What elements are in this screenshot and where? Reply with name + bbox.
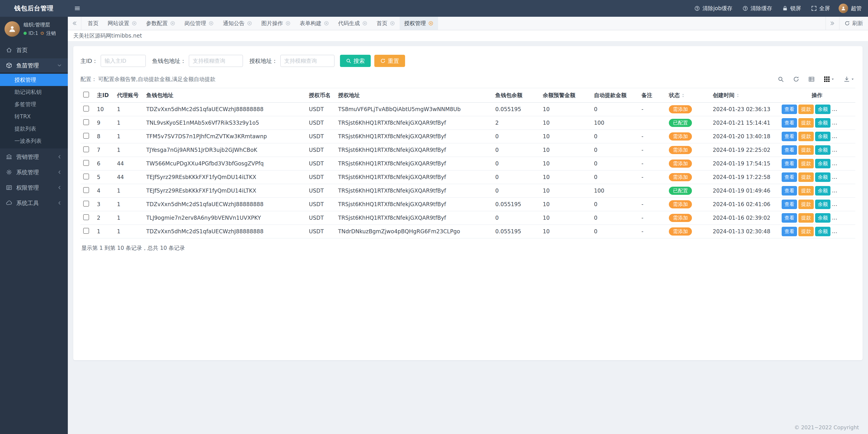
balance-button[interactable]: 余额 <box>815 213 831 223</box>
column-label: 余额预警金额 <box>543 92 575 98</box>
row-checkbox[interactable] <box>83 214 89 220</box>
balance-button[interactable]: 余额 <box>815 159 831 168</box>
tab-item-3[interactable]: 岗位管理 <box>180 17 218 30</box>
tab-close-icon[interactable] <box>324 21 329 26</box>
tab-item-7[interactable]: 代码生成 <box>334 17 372 30</box>
balance-button[interactable]: 余额 <box>815 118 831 127</box>
row-checkbox[interactable] <box>83 174 89 179</box>
withdraw-button[interactable]: 提款 <box>798 118 814 127</box>
view-button[interactable]: 查看 <box>782 172 797 182</box>
tab-close-icon[interactable] <box>390 21 395 26</box>
sidebar-item-multisig[interactable]: 多签管理 <box>0 98 68 110</box>
withdraw-button[interactable]: 提款 <box>798 145 814 155</box>
withdraw-button[interactable]: 提款 <box>798 159 814 168</box>
row-checkbox[interactable] <box>83 119 89 125</box>
tab-close-icon[interactable] <box>428 21 434 26</box>
sidebar-item-withdraw-list[interactable]: 提款列表 <box>0 123 68 135</box>
tab-item-2[interactable]: 参数配置 <box>142 17 180 30</box>
sidebar-item-mnemonic-key[interactable]: 助记词私钥 <box>0 86 68 98</box>
select-all-checkbox[interactable] <box>83 92 89 97</box>
balance-button[interactable]: 余额 <box>815 145 831 155</box>
row-checkbox[interactable] <box>83 133 89 139</box>
tabs-refresh-button[interactable]: 刷新 <box>839 17 868 30</box>
tab-item-0[interactable]: 首页 <box>83 17 103 30</box>
withdraw-button[interactable]: 提款 <box>798 186 814 196</box>
row-checkbox[interactable] <box>83 228 89 234</box>
row-checkbox[interactable] <box>83 146 89 152</box>
tab-item-8[interactable]: 首页 <box>372 17 400 30</box>
tab-item-9[interactable]: 授权管理 <box>400 17 438 30</box>
view-button[interactable]: 查看 <box>782 159 797 168</box>
tab-item-4[interactable]: 通知公告 <box>218 17 257 30</box>
balance-button[interactable]: 余额 <box>815 105 831 114</box>
tab-close-icon[interactable] <box>362 21 368 26</box>
tab-close-icon[interactable] <box>209 21 214 26</box>
balance-button[interactable]: 余额 <box>815 132 831 141</box>
sidebar-item-tools[interactable]: 系统工具 <box>0 196 68 210</box>
sidebar-item-home[interactable]: 首页 <box>0 43 68 57</box>
clear-cache-button[interactable]: 清除缓存 <box>737 0 777 17</box>
view-button[interactable]: 查看 <box>782 200 797 209</box>
cell-id: 2 <box>94 211 114 225</box>
tab-item-5[interactable]: 图片操作 <box>257 17 295 30</box>
column-header-created[interactable]: 创建时间 <box>710 88 778 103</box>
toolbar-refresh-button[interactable] <box>792 75 800 83</box>
sidebar-item-permission[interactable]: 权限管理 <box>0 180 68 195</box>
tab-close-icon[interactable] <box>285 21 291 26</box>
user-menu[interactable]: 超管 <box>835 0 868 17</box>
sidebar-item-yibosha-list[interactable]: 一波杀列表 <box>0 135 68 147</box>
cell-wallet: TW566McuPDgXXu4PGfbd3V3bfGosgZVPfq <box>144 157 306 170</box>
row-checkbox[interactable] <box>83 187 89 193</box>
tab-close-icon[interactable] <box>247 21 252 26</box>
withdraw-button[interactable]: 提款 <box>798 227 814 236</box>
balance-button[interactable]: 余额 <box>815 186 831 196</box>
withdraw-button[interactable]: 提款 <box>798 213 814 223</box>
fullscreen-button[interactable]: 全屏 <box>806 0 835 17</box>
withdraw-button[interactable]: 提款 <box>798 132 814 141</box>
tab-close-icon[interactable] <box>131 21 137 26</box>
sidebar-item-authorization[interactable]: 授权管理 <box>0 74 68 86</box>
view-button[interactable]: 查看 <box>782 186 797 196</box>
sidebar-toggle-button[interactable] <box>68 0 87 17</box>
sidebar-item-transfer-trx[interactable]: 转TRX <box>0 110 68 123</box>
tabs-scroll-right-button[interactable] <box>826 17 839 30</box>
toolbar-view-toggle-button[interactable] <box>807 75 815 83</box>
search-button[interactable]: 搜索 <box>340 55 371 67</box>
sidebar-item-system[interactable]: 系统管理 <box>0 165 68 179</box>
withdraw-button[interactable]: 提款 <box>798 172 814 182</box>
toolbar-columns-button[interactable] <box>823 75 835 83</box>
withdraw-button[interactable]: 提款 <box>798 200 814 209</box>
toolbar-search-button[interactable] <box>777 75 785 83</box>
sidebar-item-marketing[interactable]: 营销管理 <box>0 150 68 164</box>
balance-button[interactable]: 余额 <box>815 200 831 209</box>
clear-job-cache-button[interactable]: 清除job缓存 <box>689 0 737 17</box>
column-header-status[interactable]: 状态 <box>666 88 710 103</box>
view-button[interactable]: 查看 <box>782 118 797 127</box>
tab-close-icon[interactable] <box>170 21 176 26</box>
cell-status: 需添加 <box>666 211 710 225</box>
row-checkbox[interactable] <box>83 201 89 207</box>
tab-item-1[interactable]: 网站设置 <box>103 17 142 30</box>
view-button[interactable]: 查看 <box>782 227 797 236</box>
withdraw-button[interactable]: 提款 <box>798 105 814 114</box>
id-filter-input[interactable] <box>101 55 146 67</box>
balance-button[interactable]: 余额 <box>815 227 831 236</box>
row-checkbox[interactable] <box>83 106 89 112</box>
reset-button[interactable]: 重置 <box>374 55 405 67</box>
view-button[interactable]: 查看 <box>782 132 797 141</box>
fullscreen-button-label: 全屏 <box>819 5 830 12</box>
row-checkbox[interactable] <box>83 160 89 166</box>
view-button[interactable]: 查看 <box>782 213 797 223</box>
logout-link[interactable]: 注销 <box>46 30 56 36</box>
lock-screen-button[interactable]: 锁屏 <box>777 0 806 17</box>
tab-item-6[interactable]: 表单构建 <box>295 17 334 30</box>
withdraw-button-label: 提款 <box>801 228 811 235</box>
wallet-filter-input[interactable] <box>189 55 243 67</box>
balance-button[interactable]: 余额 <box>815 172 831 182</box>
sidebar-item-fish-management[interactable]: 鱼苗管理 <box>0 58 68 73</box>
tabs-scroll-left-button[interactable] <box>68 17 81 30</box>
view-button[interactable]: 查看 <box>782 105 797 114</box>
auth-filter-input[interactable] <box>280 55 335 67</box>
view-button[interactable]: 查看 <box>782 145 797 155</box>
toolbar-export-button[interactable] <box>843 75 855 83</box>
